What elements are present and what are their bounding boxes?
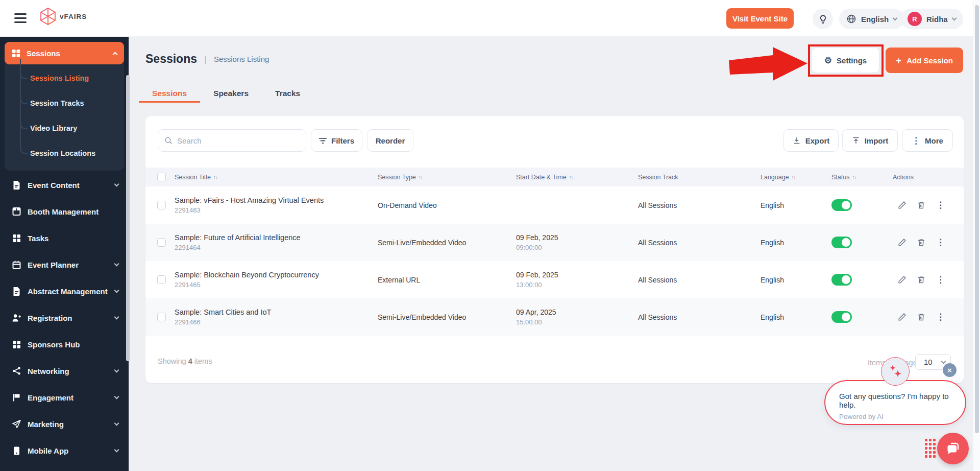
status-toggle[interactable]: [831, 237, 852, 248]
row-checkbox[interactable]: [157, 201, 166, 209]
row-more-icon[interactable]: ⋮: [936, 275, 945, 284]
column-header-actions: Actions: [893, 174, 964, 181]
status-toggle[interactable]: [831, 199, 852, 211]
status-toggle[interactable]: [831, 274, 852, 286]
tabs: Sessions Speakers Tracks: [139, 86, 313, 103]
session-track: All Sessions: [638, 313, 761, 321]
sidebar-item-label: Booth Management: [28, 207, 99, 216]
import-button[interactable]: Import: [842, 129, 898, 152]
sidebar-item-networking[interactable]: Networking: [0, 358, 129, 384]
flag-icon: [12, 393, 21, 402]
sidebar-item-tasks[interactable]: Tasks: [0, 225, 129, 251]
tab-speakers[interactable]: Speakers: [200, 86, 262, 103]
user-menu[interactable]: R Ridha: [900, 9, 963, 29]
row-more-icon[interactable]: ⋮: [936, 201, 945, 209]
sidebar-item-badge-printing-app[interactable]: Badge Printing App: [0, 464, 129, 471]
add-session-button[interactable]: + Add Session: [886, 48, 963, 73]
tabs-divider: [145, 103, 964, 103]
document-icon: [12, 287, 21, 296]
delete-icon[interactable]: [917, 238, 925, 247]
row-more-icon[interactable]: ⋮: [936, 313, 945, 321]
ai-assistant-button[interactable]: [881, 357, 910, 386]
sort-icon: ↑↓: [792, 174, 796, 180]
language-label: English: [861, 15, 889, 23]
delete-icon[interactable]: [917, 275, 925, 284]
chat-bubble-icon: [945, 440, 961, 457]
session-title: Sample: Future of Artificial Intelligenc…: [175, 233, 378, 242]
add-session-label: Add Session: [906, 56, 953, 65]
chevron-down-icon: [114, 421, 119, 426]
sidebar-item-registration[interactable]: Registration: [0, 304, 129, 331]
row-more-icon[interactable]: ⋮: [936, 238, 945, 247]
user-name: Ridha: [926, 15, 948, 23]
tab-tracks[interactable]: Tracks: [262, 86, 313, 103]
session-track: All Sessions: [638, 201, 761, 209]
grid-icon: [12, 50, 20, 57]
column-header-session-title[interactable]: Session Title↑↓: [175, 174, 378, 181]
chevron-up-icon: [113, 52, 118, 57]
row-checkbox[interactable]: [157, 313, 166, 321]
search-input[interactable]: [177, 136, 300, 145]
session-track: All Sessions: [638, 276, 761, 284]
edit-icon[interactable]: [898, 313, 906, 321]
more-label: More: [925, 136, 943, 145]
edit-icon[interactable]: [898, 238, 906, 247]
sidebar-item-booth-management[interactable]: Booth Management: [0, 198, 129, 225]
sidebar-item-session-locations[interactable]: Session Locations: [20, 140, 124, 166]
row-checkbox[interactable]: [157, 275, 166, 284]
delete-icon[interactable]: [917, 313, 925, 321]
sidebar-item-event-planner[interactable]: Event Planner: [0, 251, 129, 278]
items-count: Showing 4 items: [158, 357, 212, 365]
column-header-start-date[interactable]: Start Date & Time↑↓: [516, 174, 638, 181]
select-all-checkbox[interactable]: [157, 173, 166, 181]
sort-icon: ↑↓: [569, 174, 573, 180]
session-id: 2291465: [175, 281, 378, 289]
page-scrollbar-thumb[interactable]: [975, 5, 979, 433]
kebab-icon: ⋮: [912, 136, 920, 145]
filters-button[interactable]: Filters: [311, 129, 362, 152]
breadcrumb-divider: |: [204, 54, 207, 65]
more-button[interactable]: ⋮ More: [902, 129, 953, 152]
session-language: English: [761, 313, 831, 321]
sidebar-item-sessions-listing[interactable]: Sessions Listing: [20, 65, 124, 90]
sidebar-item-label: Marketing: [28, 420, 64, 429]
status-toggle[interactable]: [831, 311, 852, 323]
edit-icon[interactable]: [898, 201, 906, 209]
export-button[interactable]: Export: [783, 129, 839, 152]
language-selector[interactable]: English: [839, 9, 904, 29]
column-header-status[interactable]: Status↑↓: [831, 174, 893, 181]
sidebar-item-mobile-app[interactable]: Mobile App: [0, 437, 129, 464]
session-date: 09 Apr, 2025: [516, 308, 638, 316]
tab-sessions[interactable]: Sessions: [139, 86, 200, 103]
sidebar-item-engagement[interactable]: Engagement: [0, 384, 129, 411]
visit-event-site-button[interactable]: Visit Event Site: [726, 8, 794, 29]
settings-button[interactable]: ⚙ Settings: [812, 48, 879, 73]
chat-launcher-button[interactable]: [937, 433, 969, 464]
delete-icon[interactable]: [917, 201, 925, 209]
sidebar-item-sponsors-hub[interactable]: Sponsors Hub: [0, 331, 129, 358]
widget-drag-handle[interactable]: [925, 439, 936, 458]
column-header-session-type[interactable]: Session Type↑↓: [378, 174, 516, 181]
column-header-language[interactable]: Language↑↓: [761, 174, 831, 181]
reorder-button[interactable]: Reorder: [367, 129, 413, 152]
sidebar-item-session-tracks[interactable]: Session Tracks: [20, 90, 124, 115]
breadcrumb: Sessions Listing: [214, 55, 269, 63]
row-checkbox[interactable]: [157, 238, 166, 247]
sidebar-item-label: Event Content: [28, 181, 80, 190]
grid-icon: [12, 234, 21, 242]
reorder-label: Reorder: [376, 136, 405, 145]
sidebar-item-abstract-management[interactable]: Abstract Management: [0, 278, 129, 304]
sidebar-item-video-library[interactable]: Video Library: [20, 115, 124, 140]
export-label: Export: [805, 136, 830, 145]
tips-button[interactable]: [813, 9, 833, 29]
edit-icon[interactable]: [898, 275, 906, 284]
sidebar-item-event-content[interactable]: Event Content: [0, 172, 129, 198]
sidebar-item-marketing[interactable]: Marketing: [0, 411, 129, 437]
sidebar-scrollbar[interactable]: [126, 75, 130, 361]
chevron-down-icon: [114, 315, 119, 320]
dismiss-tooltip-button[interactable]: ×: [943, 363, 957, 377]
table-body: Sample: vFairs - Host Amazing Virtual Ev…: [145, 186, 964, 336]
search-box: [158, 129, 306, 152]
hamburger-menu-icon[interactable]: [14, 13, 27, 23]
avatar: R: [908, 12, 922, 26]
